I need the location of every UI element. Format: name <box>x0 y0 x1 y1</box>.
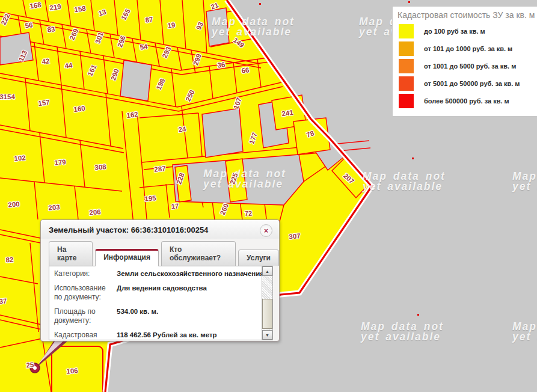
legend-item-label: до 100 руб за кв. м <box>424 28 485 35</box>
tab-услуги[interactable]: Услуги <box>238 250 279 266</box>
legend-item: более 500000 руб. за кв. м <box>399 94 537 108</box>
legend-items: до 100 руб за кв. м от 101 до 1000 руб. … <box>393 22 537 108</box>
legend-swatch <box>399 24 414 38</box>
parcel-field-row: Использование по документу: Для ведения … <box>54 284 258 302</box>
scroll-track[interactable] <box>262 276 272 330</box>
legend-swatch <box>399 41 414 56</box>
scroll-down-button[interactable]: ▼ <box>262 330 272 340</box>
field-value: Для ведения садоводства <box>117 284 207 302</box>
legend-item-label: более 500000 руб. за кв. м <box>424 97 509 105</box>
legend-panel: Кадастровая стоимость ЗУ за кв. м до 100… <box>392 6 537 117</box>
field-label: Категория: <box>54 269 112 278</box>
legend-item-label: от 101 до 1000 руб. за кв. м <box>424 45 512 52</box>
legend-swatch <box>399 94 414 108</box>
close-icon[interactable]: × <box>260 224 272 237</box>
parcel-field-row: Площадь по документу: 534.00 кв. м. <box>54 307 258 325</box>
legend-item: от 5001 до 50000 руб. за кв. м <box>399 76 537 91</box>
legend-swatch <box>399 76 414 91</box>
popup-body: Категория: Земли сельскохозяйственного н… <box>49 266 273 340</box>
popup-title: Земельный участок: 66:36:3101016:00254 <box>41 220 279 239</box>
legend-item-label: от 1001 до 5000 руб. за кв. м <box>424 63 516 70</box>
field-value: Земли сельскохозяйственного назначения <box>117 269 264 278</box>
selected-parcel-marker[interactable] <box>30 363 40 373</box>
tab-кто-обслуживает-[interactable]: Кто обслуживает? <box>161 241 236 266</box>
parcel-fields: Категория: Земли сельскохозяйственного н… <box>49 266 272 340</box>
field-value: 534.00 кв. м. <box>117 307 158 325</box>
field-value: 118 462.56 Рублей за кв. метр <box>117 331 217 340</box>
parcel-field-row: Кадастровая стоимость: 118 462.56 Рублей… <box>54 331 258 340</box>
parcel-field-row: Категория: Земли сельскохозяйственного н… <box>54 269 258 278</box>
popup-scrollbar[interactable]: ▲ ▼ <box>262 266 272 340</box>
legend-item-label: от 5001 до 50000 руб. за кв. м <box>424 80 520 87</box>
legend-title: Кадастровая стоимость ЗУ за кв. м <box>393 7 537 22</box>
legend-item: от 1001 до 5000 руб. за кв. м <box>399 59 537 73</box>
popup-tabs: На картеИнформацияКто обслуживает?Услуги <box>41 239 279 266</box>
tab-на-карте[interactable]: На карте <box>49 241 93 266</box>
parcel-info-popup: Земельный участок: 66:36:3101016:00254 ×… <box>40 219 280 341</box>
field-label: Кадастровая стоимость: <box>54 331 112 340</box>
tab-информация[interactable]: Информация <box>95 249 159 266</box>
legend-item: до 100 руб за кв. м <box>399 24 537 38</box>
scroll-up-button[interactable]: ▲ <box>262 266 272 276</box>
legend-swatch <box>399 59 414 73</box>
legend-item: от 101 до 1000 руб. за кв. м <box>399 41 537 56</box>
scroll-thumb[interactable] <box>262 299 272 329</box>
field-label: Использование по документу: <box>54 284 112 302</box>
field-label: Площадь по документу: <box>54 307 112 325</box>
map-stage: 1682191581316587192222156832693012965429… <box>0 0 537 392</box>
